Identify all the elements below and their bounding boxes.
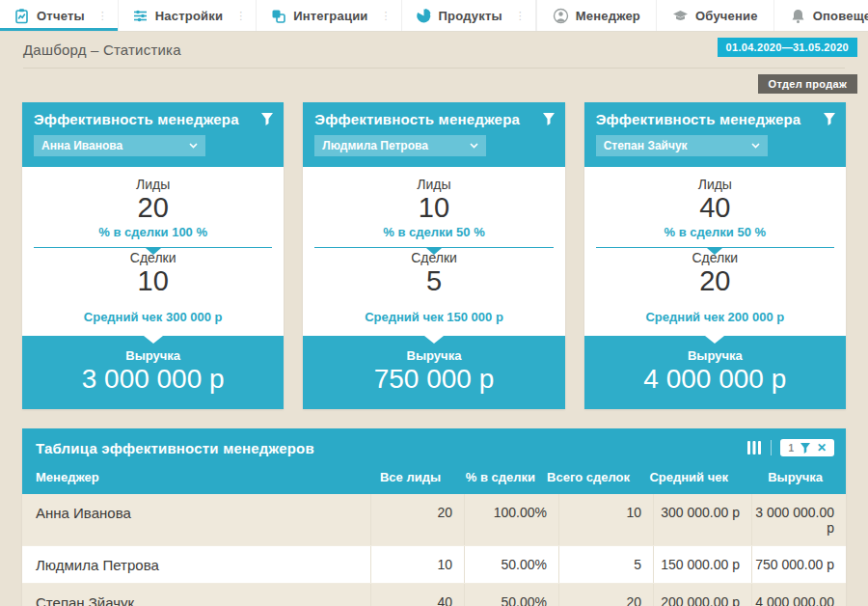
avg-check-value: Средний чек 200 000 р [584, 310, 846, 324]
column-header: Менеджер [36, 470, 359, 484]
cell-manager: Людмила Петрова [22, 546, 370, 583]
deals-value: 5 [303, 265, 564, 297]
cell-leads: 20 [370, 494, 464, 545]
leads-label: Лиды [303, 177, 564, 192]
tab-integrations[interactable]: Интеграции ⋮ [257, 0, 401, 31]
nav-item-notifications[interactable]: Оповещения [773, 0, 868, 31]
card-body: Лиды 40 % в сделки 50 % Сделки 20 Средни… [584, 167, 846, 324]
revenue-footer: Выручка 4 000 000 р [584, 336, 846, 410]
manager-select[interactable]: Анна Иванова [34, 135, 205, 156]
toolbar-divider [771, 440, 772, 455]
tab-menu-dots-icon[interactable]: ⋮ [235, 10, 246, 22]
reports-icon [14, 8, 30, 24]
card-header: Эффективность менеджера Анна Иванова [22, 102, 284, 167]
conversion-value: % в сделки 50 % [584, 225, 846, 239]
funnel-divider [596, 247, 834, 248]
nav-item-label: Менеджер [576, 9, 640, 23]
education-icon [672, 8, 689, 24]
cell-revenue: 3 000 000.00 р [751, 494, 846, 545]
leads-label: Лиды [584, 177, 846, 192]
tab-label: Отчеты [37, 9, 85, 23]
products-icon [416, 8, 432, 24]
manager-select-value: Людмила Петрова [322, 139, 428, 152]
revenue-label: Выручка [584, 348, 846, 363]
nav-item-education[interactable]: Обучение [656, 0, 773, 31]
notifications-icon [790, 8, 806, 24]
leads-value: 40 [584, 192, 846, 224]
tab-reports[interactable]: Отчеты ⋮ [0, 0, 119, 31]
leads-value: 20 [22, 192, 284, 224]
card-title: Эффективность менеджера [596, 111, 834, 127]
cell-leads: 40 [370, 584, 464, 606]
table-column-headers: Менеджер Все лиды % в сделки Всего сдело… [36, 456, 834, 494]
cell-deals: 20 [558, 584, 653, 606]
cell-manager: Степан Зйачук [22, 584, 370, 606]
nav-right: Менеджер Обучение Оповещения [536, 0, 868, 31]
card-title: Эффективность менеджера [34, 111, 272, 127]
filter-funnel-icon[interactable] [824, 113, 835, 125]
avg-check-value: Средний чек 150 000 р [303, 310, 564, 324]
manager-icon [553, 8, 569, 24]
tab-label: Интеграции [293, 9, 367, 23]
chevron-down-icon [470, 143, 478, 149]
manager-select[interactable]: Степан Зайчук [596, 135, 768, 156]
table-row: Степан Зйачук 40 50.00% 20 200 000.00 р … [22, 584, 846, 606]
cell-revenue: 4 000 000.00 р [751, 584, 846, 606]
tab-menu-dots-icon[interactable]: ⋮ [381, 10, 392, 22]
cell-avg-check: 200 000.00 р [653, 584, 751, 606]
manager-card: Эффективность менеджера Степан Зайчук Ли… [584, 102, 846, 409]
filter-funnel-icon[interactable] [800, 443, 810, 454]
table-row: Анна Иванова 20 100.00% 10 300 000.00 р … [22, 494, 846, 546]
table-header: Таблица эффективности менеджеров 1 ✕ Мен… [22, 428, 846, 494]
card-title: Эффективность менеджера [314, 111, 553, 127]
card-header: Эффективность менеджера Людмила Петрова [303, 102, 564, 167]
cell-leads: 10 [370, 546, 464, 583]
table-row: Людмила Петрова 10 50.00% 5 150 000.00 р… [22, 546, 846, 584]
revenue-value: 750 000 р [303, 363, 564, 396]
manager-card: Эффективность менеджера Людмила Петрова … [303, 102, 564, 409]
cell-revenue: 750 000.00 р [751, 546, 846, 583]
manager-select[interactable]: Людмила Петрова [314, 135, 486, 156]
date-range-badge[interactable]: 01.04.2020—31.05.2020 [718, 38, 857, 57]
manager-select-value: Анна Иванова [41, 139, 122, 152]
clear-filter-icon[interactable]: ✕ [817, 442, 827, 454]
funnel-divider [34, 247, 272, 248]
cell-avg-check: 150 000.00 р [653, 546, 751, 583]
conversion-value: % в сделки 100 % [22, 225, 284, 239]
tab-settings[interactable]: Настройки ⋮ [119, 0, 257, 31]
columns-icon[interactable] [746, 441, 762, 454]
table-toolbar: 1 ✕ [746, 439, 834, 456]
settings-icon [132, 8, 149, 24]
top-nav: Отчеты ⋮ Настройки ⋮ Интеграции ⋮ Продук… [0, 0, 868, 32]
funnel-divider [314, 247, 553, 248]
filter-pill[interactable]: 1 ✕ [780, 439, 834, 456]
manager-card: Эффективность менеджера Анна Иванова Лид… [22, 102, 284, 409]
tab-menu-dots-icon[interactable]: ⋮ [515, 10, 526, 22]
integrations-icon [270, 8, 286, 24]
deals-value: 10 [22, 265, 284, 297]
cell-deals: 5 [558, 546, 653, 583]
filter-funnel-icon[interactable] [543, 113, 555, 125]
tab-products[interactable]: Продукты ⋮ [402, 0, 536, 31]
avg-check-value: Средний чек 300 000 р [22, 310, 284, 324]
filter-count: 1 [788, 443, 794, 454]
department-badge[interactable]: Отдел продаж [758, 74, 857, 94]
table-title: Таблица эффективности менеджеров [36, 440, 314, 456]
revenue-label: Выручка [303, 348, 564, 363]
nav-item-label: Оповещения [813, 9, 868, 23]
deals-value: 20 [584, 265, 846, 297]
page-head: Дашборд – Статистика 01.04.2020—31.05.20… [0, 32, 868, 69]
column-header: Выручка [740, 470, 834, 484]
metric-cards: Эффективность менеджера Анна Иванова Лид… [0, 94, 868, 409]
column-header: Все лиды [359, 470, 452, 484]
tab-label: Продукты [439, 9, 502, 23]
chevron-down-icon [751, 143, 760, 149]
nav-item-label: Обучение [695, 9, 758, 23]
tab-menu-dots-icon[interactable]: ⋮ [97, 10, 108, 22]
chevron-down-icon [189, 143, 198, 149]
table-body: Анна Иванова 20 100.00% 10 300 000.00 р … [22, 494, 846, 606]
revenue-value: 3 000 000 р [22, 363, 284, 396]
filter-funnel-icon[interactable] [261, 113, 273, 125]
department-row: Отдел продаж [0, 69, 868, 94]
nav-item-manager[interactable]: Менеджер [536, 0, 656, 31]
